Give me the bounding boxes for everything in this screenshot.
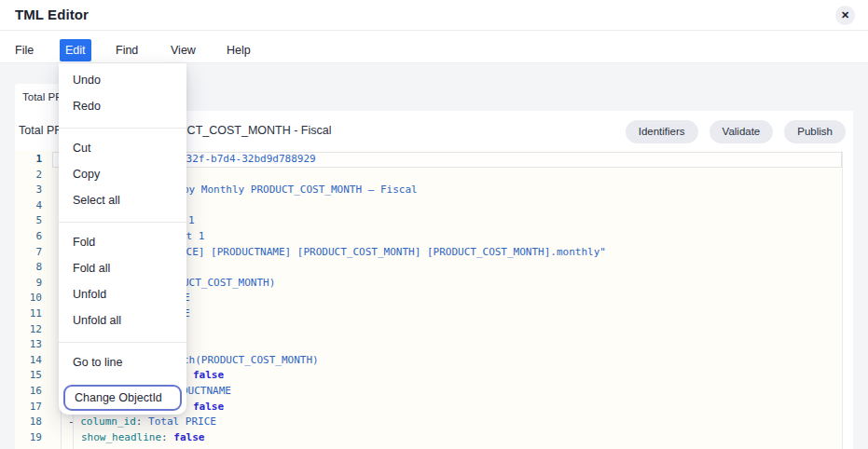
menubar-item-help[interactable]: Help (221, 39, 256, 61)
edit-dropdown-menu: UndoRedoCutCopySelect allFoldFold allUnf… (59, 63, 186, 415)
header-actions: IdentifiersValidatePublish (626, 120, 846, 143)
code-line[interactable]: - column_id: Total PRICE (52, 415, 842, 430)
line-number: 13 (15, 337, 42, 353)
line-number: 19 (15, 430, 42, 446)
menu-item-fold-all[interactable]: Fold all (59, 255, 186, 281)
menu-separator (59, 222, 186, 223)
code-token-val: by Monthly PRODUCT_COST_MONTH — Fiscal (183, 184, 418, 196)
menubar-item-file[interactable]: File (9, 39, 39, 61)
publish-button[interactable]: Publish (784, 120, 846, 143)
line-number: 10 (15, 291, 42, 306)
code-token-key: show_headline (81, 431, 161, 443)
code-token-val: Total PRICE (148, 415, 216, 428)
menubar-item-edit[interactable]: Edit (60, 39, 91, 61)
line-number-gutter: 12345678910111213141516171819 (15, 151, 52, 449)
title-bar: TML Editor ✕ (0, 0, 868, 31)
line-number: 4 (15, 198, 42, 214)
line-number: 17 (15, 400, 42, 415)
code-token-bool: false (193, 401, 224, 413)
menu-item-copy[interactable]: Copy (59, 161, 186, 187)
validate-button[interactable]: Validate (710, 120, 774, 143)
code-token-plain: : (136, 415, 148, 428)
line-number: 14 (15, 353, 42, 369)
code-token-bool: false (173, 431, 204, 443)
line-number: 16 (15, 384, 42, 400)
menu-item-undo[interactable]: Undo (59, 67, 186, 93)
identifiers-button[interactable]: Identifiers (626, 120, 698, 143)
code-token-key: column_id (80, 415, 136, 428)
code-token-val: DUCTNAME (182, 385, 231, 397)
menu-separator (59, 342, 186, 343)
line-number: 12 (15, 322, 42, 338)
close-icon: ✕ (841, 9, 849, 20)
menubar-item-find[interactable]: Find (110, 39, 144, 61)
line-number: 15 (15, 368, 42, 384)
code-token-val: th(PRODUCT_COST_MONTH) (183, 354, 319, 366)
line-number: 6 (15, 229, 42, 245)
line-number: 18 (15, 415, 42, 430)
menu-item-change-objectid[interactable]: Change ObjectId (63, 385, 182, 411)
code-token-plain: : (161, 431, 173, 443)
code-token-val: 1 (188, 214, 195, 226)
scrollbar-track[interactable] (843, 151, 853, 449)
menubar-item-view[interactable]: View (165, 39, 201, 61)
line-number: 9 (15, 276, 42, 292)
menu-item-fold[interactable]: Fold (59, 229, 186, 255)
code-token-bool: false (193, 369, 224, 381)
menubar: FileEditFindViewHelp (0, 31, 868, 63)
close-button[interactable]: ✕ (835, 6, 855, 25)
workspace: Total PRICE by Monthly PRODUCT_COST_MONT… (0, 63, 868, 449)
code-line[interactable]: show_headline: false (52, 430, 842, 446)
code-token-val: UCT_COST_MONTH) (183, 277, 275, 289)
menu-separator (59, 128, 186, 129)
menu-item-redo[interactable]: Redo (59, 93, 186, 119)
menu-item-cut[interactable]: Cut (59, 135, 186, 161)
line-number: 3 (15, 183, 42, 198)
line-number: 2 (15, 168, 42, 184)
code-token-val: ICE] [PRODUCTNAME] [PRODUCT_COST_MONTH] … (180, 246, 606, 258)
menu-item-select-all[interactable]: Select all (59, 187, 186, 213)
page-title: TML Editor (15, 7, 89, 22)
line-number: 7 (15, 245, 42, 261)
code-token-plain: - (68, 415, 80, 428)
menu-item-go-to-line[interactable]: Go to line (59, 349, 186, 375)
menu-item-unfold[interactable]: Unfold (59, 281, 186, 307)
line-number: 8 (15, 260, 42, 276)
menu-item-unfold-all[interactable]: Unfold all (59, 307, 186, 333)
code-token-val: 432f-b7d4-32bd9d788929 (180, 153, 316, 165)
line-number: 1 (15, 152, 42, 168)
line-number: 5 (15, 213, 42, 229)
line-number: 11 (15, 306, 42, 322)
